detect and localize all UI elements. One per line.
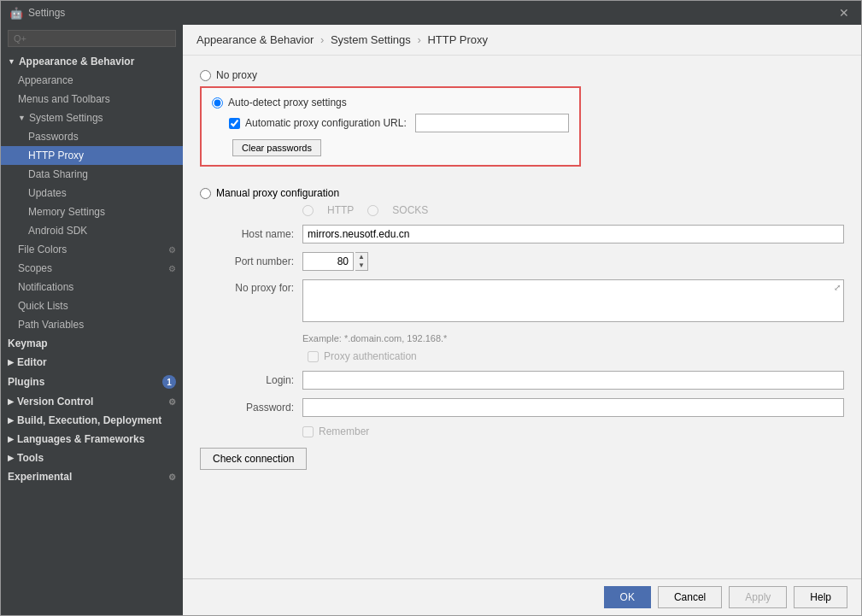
no-proxy-expand-icon[interactable]: ⤢ (834, 283, 841, 292)
sidebar-item-label: Updates (28, 187, 67, 199)
apply-button[interactable]: Apply (729, 586, 787, 608)
breadcrumb: Appearance & Behavior › System Settings … (183, 25, 861, 56)
proxy-auth-checkbox[interactable] (308, 351, 319, 362)
expand-arrow: ▶ (8, 397, 14, 406)
check-connection-button[interactable]: Check connection (200, 448, 307, 470)
sidebar-item-label: Notifications (18, 281, 73, 293)
expand-arrow: ▼ (8, 57, 15, 66)
port-up-button[interactable]: ▲ (355, 253, 367, 261)
sidebar-item-android-sdk[interactable]: Android SDK (1, 221, 183, 240)
sidebar-item-editor[interactable]: ▶ Editor (1, 353, 183, 372)
sidebar-item-appearance-behavior[interactable]: ▼ Appearance & Behavior (1, 52, 183, 71)
port-number-row: Port number: ▲ ▼ (200, 252, 844, 271)
password-input[interactable] (302, 398, 844, 417)
sidebar-item-label: Passwords (28, 131, 79, 143)
sidebar-item-notifications[interactable]: Notifications (1, 278, 183, 296)
no-proxy-for-label: No proxy for: (200, 279, 302, 294)
sidebar-item-appearance[interactable]: Appearance (1, 71, 183, 90)
manual-proxy-label[interactable]: Manual proxy configuration (216, 187, 339, 199)
file-colors-icon: ⚙ (168, 245, 176, 255)
sidebar-item-http-proxy[interactable]: HTTP Proxy (1, 146, 183, 165)
dialog-body: ▼ Appearance & Behavior Appearance Menus… (1, 25, 861, 615)
manual-proxy-radio[interactable] (200, 188, 211, 199)
expand-arrow: ▶ (8, 416, 14, 425)
sidebar-item-label: Tools (17, 452, 44, 464)
expand-arrow: ▶ (8, 435, 14, 443)
sidebar-item-label: Android SDK (28, 225, 87, 237)
no-proxy-for-container: ⤢ (302, 279, 844, 325)
no-proxy-label[interactable]: No proxy (216, 69, 257, 81)
auto-detect-radio[interactable] (212, 97, 223, 109)
port-spinner: ▲ ▼ (355, 252, 368, 271)
login-input[interactable] (302, 371, 844, 390)
close-button[interactable]: ✕ (836, 6, 853, 20)
auto-proxy-url-label[interactable]: Automatic proxy configuration URL: (245, 117, 407, 129)
sidebar: ▼ Appearance & Behavior Appearance Menus… (1, 25, 183, 615)
sidebar-item-file-colors[interactable]: File Colors ⚙ (1, 240, 183, 259)
clear-passwords-button[interactable]: Clear passwords (232, 139, 321, 156)
sidebar-item-quick-lists[interactable]: Quick Lists (1, 296, 183, 315)
no-proxy-for-textarea[interactable] (302, 279, 844, 322)
socks-radio[interactable] (367, 205, 378, 216)
ok-button[interactable]: OK (604, 586, 651, 608)
password-label: Password: (200, 402, 302, 414)
http-radio[interactable] (302, 205, 314, 216)
auto-proxy-url-input[interactable] (415, 114, 569, 132)
login-label: Login: (200, 374, 302, 386)
auto-detect-row: Auto-detect proxy settings (212, 97, 569, 109)
sidebar-item-data-sharing[interactable]: Data Sharing (1, 165, 183, 184)
port-input[interactable] (302, 252, 354, 271)
sidebar-item-path-variables[interactable]: Path Variables (1, 315, 183, 334)
sidebar-item-scopes[interactable]: Scopes ⚙ (1, 259, 183, 278)
proxy-auth-row: Proxy authentication (200, 350, 844, 362)
remember-row: Remember (302, 425, 844, 437)
sidebar-item-label: Memory Settings (28, 206, 105, 218)
sidebar-item-plugins[interactable]: Plugins 1 (1, 372, 183, 392)
proxy-auth-label: Proxy authentication (324, 350, 417, 362)
search-input[interactable] (8, 30, 176, 47)
auto-proxy-url-checkbox[interactable] (229, 118, 240, 129)
host-name-label: Host name: (200, 228, 302, 240)
sidebar-item-updates[interactable]: Updates (1, 184, 183, 202)
help-button[interactable]: Help (794, 586, 847, 608)
cancel-button[interactable]: Cancel (658, 586, 722, 608)
socks-label: SOCKS (392, 204, 428, 216)
check-connection-container: Check connection (200, 448, 844, 470)
http-label: HTTP (327, 204, 354, 216)
clear-passwords-row: Clear passwords (229, 139, 569, 156)
sidebar-item-memory-settings[interactable]: Memory Settings (1, 202, 183, 221)
breadcrumb-part2: System Settings (331, 33, 411, 46)
breadcrumb-part1: Appearance & Behavior (196, 33, 314, 46)
remember-label: Remember (319, 425, 369, 437)
no-proxy-radio[interactable] (200, 70, 211, 81)
breadcrumb-sep1: › (320, 33, 324, 46)
sidebar-item-label: Path Variables (18, 319, 84, 331)
remember-checkbox[interactable] (302, 426, 314, 437)
main-content: Appearance & Behavior › System Settings … (183, 25, 861, 615)
auto-proxy-config-row: Automatic proxy configuration URL: (229, 114, 569, 132)
content-area: No proxy Auto-detect proxy settings Auto… (183, 56, 861, 578)
dialog-title: Settings (28, 7, 65, 19)
sidebar-item-passwords[interactable]: Passwords (1, 127, 183, 146)
sidebar-item-label: Menus and Toolbars (18, 93, 110, 105)
sidebar-item-keymap[interactable]: Keymap (1, 334, 183, 353)
sidebar-item-tools[interactable]: ▶ Tools (1, 449, 183, 467)
sidebar-item-label: Appearance (18, 74, 73, 86)
sidebar-item-version-control[interactable]: ▶ Version Control ⚙ (1, 392, 183, 411)
sidebar-item-label: Build, Execution, Deployment (17, 414, 161, 426)
sidebar-item-experimental[interactable]: Experimental ⚙ (1, 467, 183, 486)
auto-detect-label[interactable]: Auto-detect proxy settings (228, 97, 347, 109)
sidebar-item-label: Experimental (8, 471, 72, 483)
sidebar-item-label: Languages & Frameworks (17, 433, 144, 445)
sidebar-item-languages-frameworks[interactable]: ▶ Languages & Frameworks (1, 430, 183, 449)
sidebar-item-menus-toolbars[interactable]: Menus and Toolbars (1, 90, 183, 109)
sidebar-item-label: Keymap (8, 337, 48, 349)
sidebar-item-label: Appearance & Behavior (19, 56, 134, 67)
sidebar-item-build-execution[interactable]: ▶ Build, Execution, Deployment (1, 411, 183, 430)
search-box (1, 25, 183, 52)
sidebar-item-system-settings[interactable]: ▼ System Settings (1, 109, 183, 127)
sidebar-item-label: Data Sharing (28, 168, 88, 180)
port-down-button[interactable]: ▼ (355, 261, 367, 270)
sidebar-item-label: Version Control (17, 396, 93, 408)
host-name-input[interactable] (302, 225, 844, 243)
